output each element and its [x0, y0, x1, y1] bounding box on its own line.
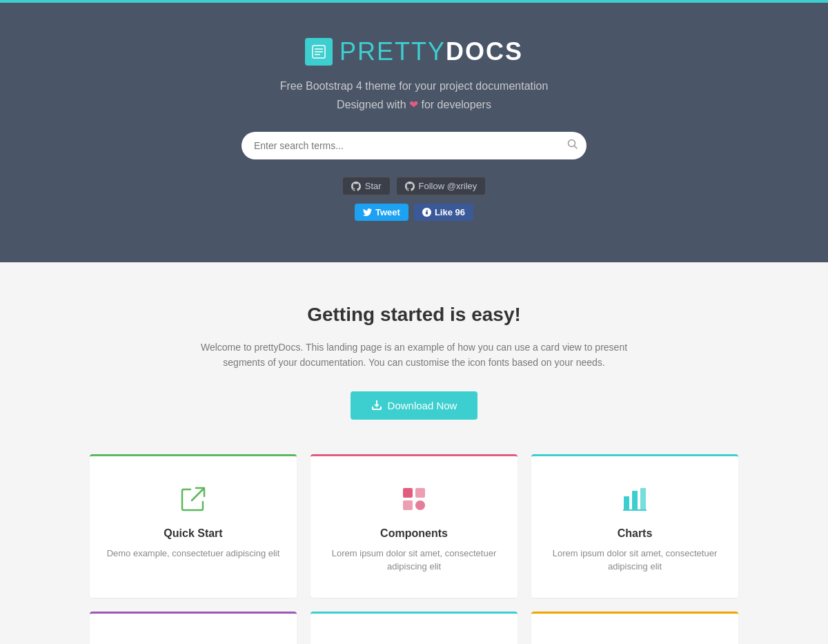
svg-rect-11	[640, 488, 646, 510]
tweet-label: Tweet	[375, 207, 400, 217]
logo-text: PRETTYDOCS	[339, 37, 523, 66]
components-icon	[399, 484, 429, 517]
hero-subtitle2: Designed with ❤ for developers	[14, 98, 814, 111]
social-buttons: Tweet Like 96	[14, 204, 814, 221]
card-license-credits[interactable]: License & Credits Lorem ipsum dolor sit …	[531, 612, 738, 644]
search-input[interactable]	[241, 132, 586, 159]
hero-subtitle1: Free Bootstrap 4 theme for your project …	[14, 80, 814, 92]
tweet-button[interactable]: Tweet	[355, 204, 408, 221]
card-components-desc: Lorem ipsum dolor sit amet, consectetuer…	[324, 547, 504, 574]
svg-rect-9	[624, 496, 629, 510]
svg-rect-7	[415, 488, 425, 498]
github-star-button[interactable]: Star	[342, 177, 391, 195]
card-charts-desc: Lorem ipsum dolor sit amet, consectetuer…	[545, 547, 724, 574]
subtitle2-text: Designed with	[337, 99, 406, 110]
card-charts[interactable]: Charts Lorem ipsum dolor sit amet, conse…	[531, 454, 738, 598]
cards-grid: Quick Start Demo example, consectetuer a…	[83, 454, 745, 644]
main-content: Getting started is easy! Welcome to pret…	[0, 262, 828, 644]
svg-line-5	[575, 146, 578, 149]
main-description: Welcome to prettyDocs. This landing page…	[186, 340, 642, 371]
charts-icon	[620, 484, 650, 517]
svg-rect-8	[403, 500, 413, 510]
card-charts-title: Charts	[545, 527, 724, 540]
heart-icon: ❤	[409, 99, 421, 110]
card-quick-start-title: Quick Start	[103, 527, 283, 540]
svg-rect-6	[403, 488, 413, 498]
github-star-label: Star	[365, 181, 382, 191]
license-credits-icon	[620, 641, 650, 644]
hero-section: PRETTYDOCS Free Bootstrap 4 theme for yo…	[0, 3, 828, 262]
faqs-icon	[178, 641, 208, 644]
download-button[interactable]: Download Now	[351, 391, 478, 420]
github-buttons: Star Follow @xriley	[14, 177, 814, 195]
card-quick-start[interactable]: Quick Start Demo example, consectetuer a…	[90, 454, 297, 598]
main-title: Getting started is easy!	[14, 304, 814, 326]
card-showcase[interactable]: Showcase Lorem ipsum dolor sit amet, con…	[310, 612, 518, 644]
logo-container: PRETTYDOCS	[14, 37, 814, 66]
subtitle2-suffix: for developers	[422, 99, 491, 110]
card-quick-start-desc: Demo example, consectetuer adipiscing el…	[103, 547, 283, 560]
logo-pretty: PRETTY	[339, 37, 446, 66]
like-label: Like 96	[435, 207, 465, 217]
card-components-title: Components	[324, 527, 504, 540]
logo-docs: DOCS	[446, 37, 523, 66]
search-button[interactable]	[567, 139, 578, 153]
card-components[interactable]: Components Lorem ipsum dolor sit amet, c…	[310, 454, 518, 598]
showcase-icon	[399, 641, 429, 644]
like-button[interactable]: Like 96	[414, 204, 473, 221]
quick-start-icon	[178, 484, 208, 517]
github-follow-label: Follow @xriley	[419, 181, 477, 191]
search-container	[241, 132, 586, 159]
github-follow-button[interactable]: Follow @xriley	[396, 177, 486, 195]
download-label: Download Now	[388, 400, 457, 411]
card-faqs[interactable]: FAQs Lorem ipsum dolor sit amet, consect…	[90, 612, 297, 644]
svg-rect-10	[632, 491, 638, 510]
logo-icon	[305, 38, 333, 66]
